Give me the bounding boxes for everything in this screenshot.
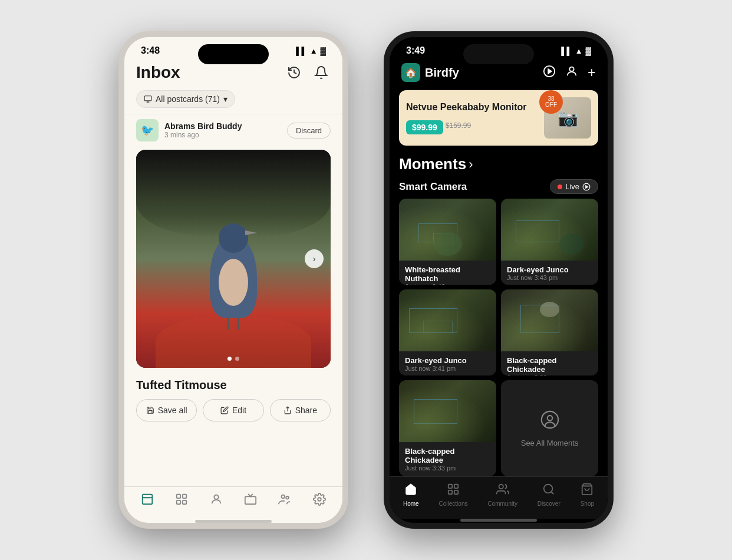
bird-tile-image-5 <box>399 380 496 442</box>
bird-tile-5[interactable]: Black-capped Chickadee Just now 3:33 pm <box>399 380 496 476</box>
add-icon[interactable]: + <box>588 64 596 81</box>
bird-tile-name-1: White-breasted Nuthatch <box>405 265 490 283</box>
live-dot <box>558 185 562 189</box>
live-label: Live <box>565 182 579 191</box>
tab-home-label: Home <box>403 500 419 507</box>
inbox-title: Inbox <box>136 63 180 82</box>
bell-icon[interactable] <box>312 63 331 82</box>
live-badge[interactable]: Live <box>550 179 598 194</box>
signal-icon: ▌▌ <box>296 47 306 55</box>
status-icons-left: ▌▌ ▲ ▓ <box>296 47 326 55</box>
card-dots <box>227 357 239 361</box>
profile-icon[interactable] <box>565 65 578 81</box>
dot-1 <box>227 357 232 361</box>
bird-tile-3[interactable]: Dark-eyed Junco Just now 3:41 pm <box>399 289 496 375</box>
bird-tile-image-3 <box>399 289 496 351</box>
save-all-button[interactable]: Save all <box>136 399 197 421</box>
filter-chevron: ▾ <box>223 94 227 104</box>
svg-rect-22 <box>449 485 452 488</box>
wifi-icon: ▲ <box>310 47 318 55</box>
tab-discover[interactable]: Discover <box>538 483 560 507</box>
status-time-left: 3:48 <box>141 45 160 56</box>
svg-rect-4 <box>143 495 153 505</box>
tab-collections[interactable]: Collections <box>439 483 468 507</box>
play-icon[interactable] <box>543 65 556 81</box>
share-button[interactable]: Share <box>270 399 331 421</box>
battery-icon-right: ▓ <box>586 47 591 55</box>
status-icons-right: ▌▌ ▲ ▓ <box>561 47 591 55</box>
bird-beak <box>245 230 257 235</box>
birdfy-logo: 🏠 Birdfy <box>401 63 459 82</box>
bird-tile-info-3: Dark-eyed Junco Just now 3:41 pm <box>399 351 496 375</box>
tab-home[interactable]: Home <box>403 483 419 507</box>
smart-camera-label: Smart Camera <box>399 181 467 193</box>
svg-rect-25 <box>454 490 458 494</box>
svg-rect-0 <box>144 96 151 101</box>
filter-chip[interactable]: All postcards (71) ▾ <box>136 90 235 108</box>
wifi-icon-right: ▲ <box>575 47 583 55</box>
community-tab-icon <box>496 483 509 499</box>
home-tab-icon <box>404 483 417 499</box>
postcard-info: Abrams Bird Buddy 3 mins ago <box>164 121 242 139</box>
home-indicator-left <box>195 520 272 523</box>
history-icon[interactable] <box>285 63 304 82</box>
left-phone: 3:48 ▌▌ ▲ ▓ Inbox <box>118 31 348 529</box>
bird-tile-time-2: Just now 3:43 pm <box>507 274 592 281</box>
tab-settings[interactable] <box>313 493 326 506</box>
svg-point-13 <box>286 496 289 499</box>
shop-tab-icon <box>581 483 593 499</box>
svg-marker-16 <box>548 69 552 73</box>
tab-community[interactable]: Community <box>487 483 517 507</box>
svg-rect-11 <box>245 496 256 504</box>
tab-identify[interactable] <box>210 493 223 506</box>
postcard-time: 3 mins ago <box>164 131 242 139</box>
bird-tile-1[interactable]: White-breasted Nuthatch Just now 3:46 pm <box>399 199 496 285</box>
card-next-arrow[interactable]: › <box>305 249 324 268</box>
svg-point-21 <box>547 415 552 420</box>
bird-tile-time-4: Just now 3:36 pm <box>507 374 592 375</box>
bird-tile-name-5: Black-capped Chickadee <box>405 447 490 465</box>
tab-inbox[interactable] <box>141 493 154 506</box>
bird-tile-image-1 <box>399 199 496 261</box>
birdfy-logo-icon: 🏠 <box>401 63 420 82</box>
bird-silhouette-container <box>204 223 263 318</box>
svg-point-14 <box>318 498 321 501</box>
birdfy-header-right: + <box>543 64 596 81</box>
postcard-avatar: 🐦 <box>136 119 159 141</box>
svg-point-17 <box>569 67 573 71</box>
ad-title: Netvue Peekababy Monitor <box>406 101 527 113</box>
bottom-tabs-right: Home Collections <box>390 476 608 519</box>
bird-tile-4[interactable]: Black-capped Chickadee Just now 3:36 pm <box>501 289 598 375</box>
bird-tile-info-5: Black-capped Chickadee Just now 3:33 pm <box>399 442 496 476</box>
see-all-icon <box>540 410 560 434</box>
tab-collections-left[interactable] <box>175 493 188 506</box>
dot-2 <box>235 357 239 361</box>
see-all-tile[interactable]: See All Moments <box>501 380 598 476</box>
ad-banner[interactable]: Netvue Peekababy Monitor $99.99 $159.99 … <box>399 90 598 146</box>
tab-tv[interactable] <box>244 493 257 506</box>
svg-marker-19 <box>586 185 588 188</box>
bird-card: › <box>136 150 331 368</box>
postcard-sender: Abrams Bird Buddy <box>164 121 242 131</box>
svg-rect-7 <box>183 495 186 498</box>
battery-icon: ▓ <box>321 47 326 55</box>
bottom-tabs-left <box>124 486 342 518</box>
svg-rect-23 <box>454 485 458 488</box>
moments-chevron[interactable]: › <box>469 157 473 172</box>
discard-button[interactable]: Discard <box>287 123 331 139</box>
ad-price: $99.99 <box>406 120 443 134</box>
bird-tile-2[interactable]: Dark-eyed Junco Just now 3:43 pm <box>501 199 598 285</box>
moments-title: Moments <box>399 155 466 173</box>
bird-tile-image-2 <box>501 199 598 261</box>
bird-tile-time-3: Just now 3:41 pm <box>405 365 490 372</box>
bird-tile-info-1: White-breasted Nuthatch Just now 3:46 pm <box>399 261 496 285</box>
dynamic-island-dark <box>463 44 534 64</box>
tab-shop[interactable]: Shop <box>581 483 594 507</box>
tab-community-left[interactable] <box>278 493 291 506</box>
svg-rect-8 <box>177 500 180 504</box>
edit-button[interactable]: Edit <box>203 399 263 421</box>
tab-collections-label: Collections <box>439 500 468 507</box>
svg-line-28 <box>552 492 554 494</box>
tab-discover-label: Discover <box>538 500 560 507</box>
bird-name: Tufted Titmouse <box>124 371 342 396</box>
